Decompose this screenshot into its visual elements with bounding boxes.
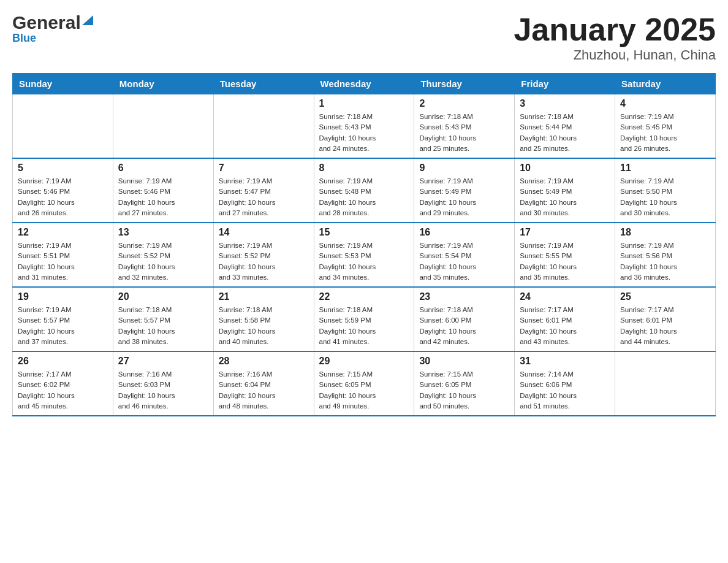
day-info: Sunrise: 7:17 AM Sunset: 6:02 PM Dayligh… <box>18 369 108 412</box>
day-info: Sunrise: 7:19 AM Sunset: 5:46 PM Dayligh… <box>118 176 208 218</box>
day-number: 13 <box>118 227 208 238</box>
day-info: Sunrise: 7:19 AM Sunset: 5:49 PM Dayligh… <box>520 176 610 218</box>
day-number: 5 <box>18 163 108 174</box>
day-info: Sunrise: 7:19 AM Sunset: 5:51 PM Dayligh… <box>18 240 108 283</box>
day-number: 9 <box>419 163 509 174</box>
calendar-cell: 6Sunrise: 7:19 AM Sunset: 5:46 PM Daylig… <box>113 158 213 223</box>
calendar-cell: 1Sunrise: 7:18 AM Sunset: 5:43 PM Daylig… <box>314 94 414 159</box>
day-number: 3 <box>520 98 610 109</box>
day-number: 22 <box>319 291 409 302</box>
logo-blue-text: Blue <box>12 32 36 45</box>
day-number: 7 <box>219 163 309 174</box>
day-info: Sunrise: 7:19 AM Sunset: 5:52 PM Dayligh… <box>219 240 309 283</box>
calendar-cell: 12Sunrise: 7:19 AM Sunset: 5:51 PM Dayli… <box>13 223 113 287</box>
calendar-cell: 27Sunrise: 7:16 AM Sunset: 6:03 PM Dayli… <box>113 351 213 416</box>
day-info: Sunrise: 7:19 AM Sunset: 5:50 PM Dayligh… <box>620 176 710 218</box>
calendar-cell: 21Sunrise: 7:18 AM Sunset: 5:58 PM Dayli… <box>213 287 314 351</box>
day-header-thursday: Thursday <box>414 74 515 94</box>
day-info: Sunrise: 7:16 AM Sunset: 6:03 PM Dayligh… <box>118 369 208 412</box>
day-number: 31 <box>520 356 610 367</box>
day-header-wednesday: Wednesday <box>314 74 414 94</box>
calendar-cell: 18Sunrise: 7:19 AM Sunset: 5:56 PM Dayli… <box>615 223 716 287</box>
day-number: 12 <box>18 227 108 238</box>
calendar-table: SundayMondayTuesdayWednesdayThursdayFrid… <box>12 73 716 416</box>
day-number: 2 <box>419 98 509 109</box>
day-number: 20 <box>118 291 208 302</box>
logo: General Blue <box>12 12 94 45</box>
calendar-cell: 22Sunrise: 7:18 AM Sunset: 5:59 PM Dayli… <box>314 287 414 351</box>
day-info: Sunrise: 7:19 AM Sunset: 5:49 PM Dayligh… <box>419 176 509 218</box>
calendar-body: 1Sunrise: 7:18 AM Sunset: 5:43 PM Daylig… <box>13 94 716 416</box>
page-title: January 2025 <box>514 12 716 47</box>
logo-general-text: General <box>12 12 81 33</box>
calendar-cell: 17Sunrise: 7:19 AM Sunset: 5:55 PM Dayli… <box>515 223 615 287</box>
day-number: 30 <box>419 356 509 367</box>
calendar-cell: 7Sunrise: 7:19 AM Sunset: 5:47 PM Daylig… <box>213 158 314 223</box>
day-info: Sunrise: 7:18 AM Sunset: 5:59 PM Dayligh… <box>319 305 409 347</box>
calendar-week-4: 19Sunrise: 7:19 AM Sunset: 5:57 PM Dayli… <box>13 287 716 351</box>
day-info: Sunrise: 7:15 AM Sunset: 6:05 PM Dayligh… <box>419 369 509 412</box>
day-number: 23 <box>419 291 509 302</box>
calendar-week-5: 26Sunrise: 7:17 AM Sunset: 6:02 PM Dayli… <box>13 351 716 416</box>
day-info: Sunrise: 7:19 AM Sunset: 5:45 PM Dayligh… <box>620 112 710 154</box>
calendar-cell: 28Sunrise: 7:16 AM Sunset: 6:04 PM Dayli… <box>213 351 314 416</box>
day-number: 15 <box>319 227 409 238</box>
svg-marker-0 <box>82 15 93 25</box>
calendar-week-3: 12Sunrise: 7:19 AM Sunset: 5:51 PM Dayli… <box>13 223 716 287</box>
calendar-cell: 19Sunrise: 7:19 AM Sunset: 5:57 PM Dayli… <box>13 287 113 351</box>
calendar-cell: 25Sunrise: 7:17 AM Sunset: 6:01 PM Dayli… <box>615 287 716 351</box>
day-info: Sunrise: 7:18 AM Sunset: 5:43 PM Dayligh… <box>419 112 509 154</box>
calendar-cell <box>213 94 314 159</box>
days-of-week-row: SundayMondayTuesdayWednesdayThursdayFrid… <box>13 74 716 94</box>
day-number: 17 <box>520 227 610 238</box>
day-number: 14 <box>219 227 309 238</box>
day-info: Sunrise: 7:19 AM Sunset: 5:57 PM Dayligh… <box>18 305 108 347</box>
page-subtitle: Zhuzhou, Hunan, China <box>514 47 716 63</box>
calendar-cell: 15Sunrise: 7:19 AM Sunset: 5:53 PM Dayli… <box>314 223 414 287</box>
day-info: Sunrise: 7:19 AM Sunset: 5:47 PM Dayligh… <box>219 176 309 218</box>
day-info: Sunrise: 7:19 AM Sunset: 5:56 PM Dayligh… <box>620 240 710 283</box>
day-info: Sunrise: 7:19 AM Sunset: 5:48 PM Dayligh… <box>319 176 409 218</box>
day-info: Sunrise: 7:19 AM Sunset: 5:54 PM Dayligh… <box>419 240 509 283</box>
day-info: Sunrise: 7:16 AM Sunset: 6:04 PM Dayligh… <box>219 369 309 412</box>
day-header-sunday: Sunday <box>13 74 113 94</box>
day-number: 26 <box>18 356 108 367</box>
calendar-cell: 8Sunrise: 7:19 AM Sunset: 5:48 PM Daylig… <box>314 158 414 223</box>
day-info: Sunrise: 7:15 AM Sunset: 6:05 PM Dayligh… <box>319 369 409 412</box>
calendar-cell: 2Sunrise: 7:18 AM Sunset: 5:43 PM Daylig… <box>414 94 515 159</box>
calendar-cell: 3Sunrise: 7:18 AM Sunset: 5:44 PM Daylig… <box>515 94 615 159</box>
page-header: General Blue January 2025 Zhuzhou, Hunan… <box>12 12 716 63</box>
day-number: 28 <box>219 356 309 367</box>
day-number: 19 <box>18 291 108 302</box>
logo-triangle-icon <box>81 14 94 26</box>
calendar-cell: 10Sunrise: 7:19 AM Sunset: 5:49 PM Dayli… <box>515 158 615 223</box>
title-block: January 2025 Zhuzhou, Hunan, China <box>514 12 716 63</box>
day-number: 8 <box>319 163 409 174</box>
day-info: Sunrise: 7:19 AM Sunset: 5:55 PM Dayligh… <box>520 240 610 283</box>
calendar-cell <box>13 94 113 159</box>
calendar-cell: 30Sunrise: 7:15 AM Sunset: 6:05 PM Dayli… <box>414 351 515 416</box>
calendar-cell: 16Sunrise: 7:19 AM Sunset: 5:54 PM Dayli… <box>414 223 515 287</box>
calendar-cell: 31Sunrise: 7:14 AM Sunset: 6:06 PM Dayli… <box>515 351 615 416</box>
day-info: Sunrise: 7:19 AM Sunset: 5:46 PM Dayligh… <box>18 176 108 218</box>
day-number: 25 <box>620 291 710 302</box>
day-header-friday: Friday <box>515 74 615 94</box>
day-info: Sunrise: 7:18 AM Sunset: 5:58 PM Dayligh… <box>219 305 309 347</box>
calendar-cell: 26Sunrise: 7:17 AM Sunset: 6:02 PM Dayli… <box>13 351 113 416</box>
day-info: Sunrise: 7:18 AM Sunset: 5:44 PM Dayligh… <box>520 112 610 154</box>
calendar-cell: 9Sunrise: 7:19 AM Sunset: 5:49 PM Daylig… <box>414 158 515 223</box>
calendar-week-2: 5Sunrise: 7:19 AM Sunset: 5:46 PM Daylig… <box>13 158 716 223</box>
day-number: 4 <box>620 98 710 109</box>
day-info: Sunrise: 7:18 AM Sunset: 5:57 PM Dayligh… <box>118 305 208 347</box>
day-number: 1 <box>319 98 409 109</box>
day-info: Sunrise: 7:19 AM Sunset: 5:53 PM Dayligh… <box>319 240 409 283</box>
calendar-cell: 14Sunrise: 7:19 AM Sunset: 5:52 PM Dayli… <box>213 223 314 287</box>
calendar-cell: 11Sunrise: 7:19 AM Sunset: 5:50 PM Dayli… <box>615 158 716 223</box>
day-info: Sunrise: 7:17 AM Sunset: 6:01 PM Dayligh… <box>520 305 610 347</box>
calendar-cell: 23Sunrise: 7:18 AM Sunset: 6:00 PM Dayli… <box>414 287 515 351</box>
day-number: 6 <box>118 163 208 174</box>
day-number: 27 <box>118 356 208 367</box>
day-info: Sunrise: 7:18 AM Sunset: 6:00 PM Dayligh… <box>419 305 509 347</box>
day-number: 21 <box>219 291 309 302</box>
day-header-monday: Monday <box>113 74 213 94</box>
